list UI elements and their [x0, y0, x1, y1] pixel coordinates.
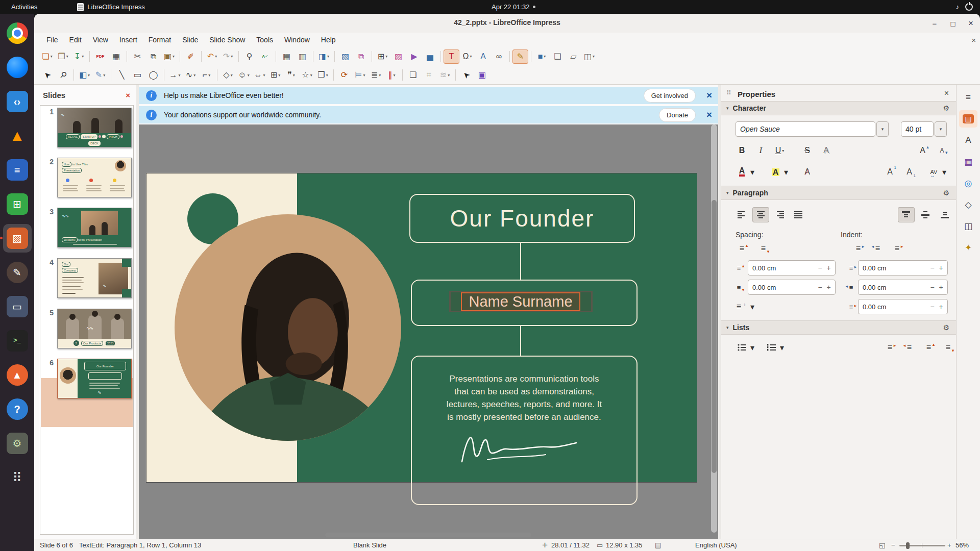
character-section-header[interactable]: ▾ Character ⚙ [721, 101, 957, 115]
menu-slide[interactable]: Slide [177, 34, 204, 46]
character-spacing-dropdown[interactable]: ▾ [940, 164, 949, 180]
tab-animation[interactable]: ✦ [959, 239, 977, 256]
dock-vscode[interactable]: ‹› [3, 87, 32, 116]
font-name-input[interactable]: Open Sauce [736, 121, 875, 137]
spacing-below-field[interactable]: 0.00 cm−+ [748, 280, 836, 295]
dock-terminal[interactable]: >_ [3, 327, 32, 355]
rectangle-icon[interactable]: ▭ [130, 68, 145, 82]
lines-arrows-icon[interactable]: →▾ [167, 68, 183, 82]
line-spacing-dropdown[interactable]: ▾ [748, 299, 757, 314]
dock-files[interactable]: ▭ [3, 292, 32, 321]
tab-properties[interactable]: ▤ [959, 110, 977, 128]
paste-icon[interactable]: ▣▾ [161, 49, 177, 64]
minus-stepper[interactable]: − [816, 264, 824, 272]
menu-insert[interactable]: Insert [114, 34, 143, 46]
snap-guides-icon[interactable]: ▥ [295, 49, 310, 64]
dock-writer[interactable]: ≡ [3, 156, 32, 184]
dock-gimp[interactable]: ✎ [3, 258, 32, 287]
clone-formatting-icon[interactable]: ✐ [183, 49, 199, 64]
insert-media-icon[interactable]: ▶ [406, 49, 422, 64]
align-bottom-button[interactable] [937, 207, 953, 222]
paragraph-settings-gear-icon[interactable]: ⚙ [943, 189, 949, 197]
glue-points-icon[interactable]: ▣ [474, 68, 490, 82]
get-involved-button[interactable]: Get involved [644, 89, 696, 103]
slide-thumbnail-2[interactable]: How to Use This Presentation [57, 158, 132, 197]
slide-thumbnail-4[interactable]: Our Company ∿ [57, 258, 132, 298]
promote-list-item-button[interactable]: ≡◂ [901, 340, 918, 355]
decrease-indent-icon[interactable]: ≡◂ [869, 241, 886, 256]
copy-icon[interactable]: ⧉ [145, 49, 161, 64]
sidebar-menu-icon[interactable]: ≡ [959, 89, 977, 106]
callouts-icon[interactable]: ❞▾ [283, 68, 299, 82]
language-status[interactable]: English (USA) [695, 541, 737, 549]
tab-navigator[interactable]: ◎ [959, 174, 977, 192]
curves-polygons-icon[interactable]: ∿▾ [183, 68, 199, 82]
align-objects-icon[interactable]: ⊨▾ [352, 68, 368, 82]
rotate-icon[interactable]: ⟳ [336, 68, 352, 82]
distribution-icon[interactable]: ∥▾ [384, 68, 400, 82]
print-icon[interactable]: ▦ [108, 49, 124, 64]
crop-icon[interactable]: ⌗ [421, 68, 437, 82]
lists-section-header[interactable]: ▾ Lists ⚙ [721, 320, 957, 335]
dock-software[interactable]: ▲ [3, 361, 32, 389]
selected-name-text[interactable]: Name Surname [461, 292, 580, 311]
slide-thumbnail-1[interactable]: ∿ RETAIL STARTUP PITCH DECK [57, 108, 132, 147]
spacing-above-field[interactable]: 0.00 cm−+ [748, 260, 836, 276]
dock-show-apps[interactable]: ⠿ [3, 463, 32, 492]
character-settings-gear-icon[interactable]: ⚙ [943, 104, 949, 112]
menu-tools[interactable]: Tools [251, 34, 279, 46]
export-pdf-icon[interactable]: PDF [92, 49, 108, 64]
paragraph-section-header[interactable]: ▾ Paragraph ⚙ [721, 186, 957, 200]
plus-stepper[interactable]: + [937, 283, 945, 291]
3d-objects-icon[interactable]: ❒▾ [315, 68, 331, 82]
insert-line-icon[interactable]: ╲ [114, 68, 130, 82]
zoom-level-status[interactable]: 56% [955, 541, 969, 549]
3d-effects-icon[interactable]: ▱ [566, 49, 581, 64]
dock-vlc[interactable]: ▲ [3, 121, 32, 150]
minus-stepper[interactable]: − [928, 283, 937, 291]
image-filter-icon[interactable]: ≋▾ [437, 68, 453, 82]
zoom-fit-icon[interactable]: ◱ [879, 541, 885, 549]
font-name-dropdown[interactable]: ▾ [876, 121, 889, 137]
character-shadow-button[interactable]: A [818, 143, 835, 158]
menu-window[interactable]: Window [279, 34, 315, 46]
plus-stepper[interactable]: + [824, 283, 833, 291]
dock-impress[interactable]: ▨ [3, 224, 32, 253]
minus-stepper[interactable]: − [928, 264, 937, 272]
decrease-font-size-button[interactable]: A▾ [934, 143, 950, 158]
redo-icon[interactable]: ↷▾ [220, 49, 236, 64]
cut-icon[interactable]: ✂ [130, 49, 145, 64]
plus-stepper[interactable]: + [937, 264, 945, 272]
dock-calc[interactable]: ⊞ [3, 190, 32, 218]
move-list-item-up-button[interactable]: ≡▴ [920, 340, 937, 355]
increase-font-size-button[interactable]: A▴ [914, 143, 931, 158]
menu-view[interactable]: View [87, 34, 114, 46]
focused-app-menu[interactable]: LibreOffice Impress [77, 3, 144, 11]
duplicate-object-icon[interactable]: ❑ [550, 49, 566, 64]
slide-thumbnail-6-selected[interactable]: Our Founder ∿ [57, 359, 132, 398]
zoom-out-icon[interactable]: − [891, 541, 895, 549]
new-document-icon[interactable]: ❏▾ [39, 49, 55, 64]
dock-help[interactable]: ? [3, 395, 32, 423]
flowchart-icon[interactable]: ⊞▾ [267, 68, 283, 82]
tab-gallery[interactable]: ▦ [959, 153, 977, 170]
align-justify-button[interactable] [790, 207, 807, 222]
symbol-shapes-icon[interactable]: ☺▾ [236, 68, 252, 82]
show-draw-functions-icon[interactable]: ✎ [512, 49, 528, 64]
slide-canvas[interactable]: Our Founder Name Surname Presentations a… [146, 173, 697, 482]
insert-table-icon[interactable]: ⊞▾ [375, 49, 390, 64]
zoom-slider-thumb[interactable] [906, 542, 910, 549]
titlebar[interactable]: 42_2.pptx - LibreOffice Impress − □ × [34, 14, 980, 33]
undo-icon[interactable]: ↶▾ [204, 49, 220, 64]
activities-button[interactable]: Activities [11, 3, 37, 11]
superscript-button[interactable]: A1 [881, 164, 898, 180]
horizontal-scrollbar-thumb[interactable] [325, 533, 531, 537]
close-button[interactable]: × [965, 17, 977, 30]
demote-list-item-button[interactable]: ≡▸ [881, 340, 898, 355]
dock-chrome[interactable] [3, 19, 32, 47]
slide-layout-status[interactable]: Blank Slide [353, 541, 386, 549]
zoom-in-icon[interactable]: + [947, 541, 951, 549]
highlight-color-dropdown[interactable]: ▾ [781, 164, 791, 180]
spacing-above-icon[interactable]: ≡▴ [733, 241, 750, 256]
basic-shapes-toolbar-icon[interactable]: ■▾ [534, 49, 550, 64]
